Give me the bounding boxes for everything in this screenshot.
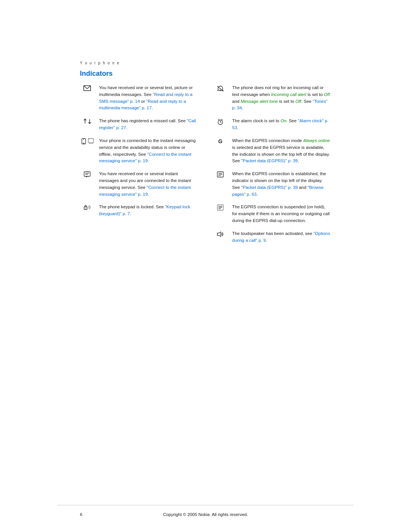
missed-call-icon bbox=[80, 118, 94, 124]
im-connect-link2[interactable]: "Connect to the instant messaging servic… bbox=[99, 185, 191, 197]
indicator-text: The phone does not ring for an incoming … bbox=[232, 85, 331, 112]
left-column: You have received one or several text, p… bbox=[80, 85, 198, 250]
indicators-columns: You have received one or several text, p… bbox=[80, 85, 331, 250]
indicator-text: The phone has registered a missed call. … bbox=[99, 118, 198, 131]
page-footer: 6 Copyright © 2005 Nokia. All rights res… bbox=[57, 505, 354, 532]
svg-rect-6 bbox=[88, 139, 94, 143]
list-item: You have received one or several instant… bbox=[80, 171, 198, 198]
right-column: The phone does not ring for an incoming … bbox=[213, 85, 331, 250]
g-letter: G bbox=[218, 138, 223, 144]
svg-rect-9 bbox=[84, 172, 90, 176]
section-title: Indicators bbox=[80, 70, 331, 78]
loudspeaker-icon bbox=[213, 230, 228, 237]
on-text: On bbox=[280, 118, 286, 123]
page-content: Y o u r p h o n e Indicators You have re… bbox=[57, 0, 354, 505]
indicator-text: The phone keypad is locked. See "Keypad … bbox=[99, 204, 198, 217]
list-item: G When the EGPRS connection mode Always … bbox=[213, 137, 331, 165]
indicator-text: The loudspeaker has been activated, see … bbox=[232, 230, 331, 244]
call-register-link[interactable]: "Call register" p. 27 bbox=[99, 118, 196, 130]
no-ring-icon bbox=[213, 85, 228, 92]
list-item: The alarm clock is set to On. See "Alarm… bbox=[213, 118, 331, 131]
im-connect-link[interactable]: "Connect to the instant messaging servic… bbox=[99, 152, 191, 163]
list-item: When the EGPRS connection is established… bbox=[213, 171, 331, 198]
svg-point-13 bbox=[85, 208, 86, 209]
indicator-text: When the EGPRS connection is established… bbox=[232, 171, 331, 198]
options-during-call-link[interactable]: "Options during a call" p. 9 bbox=[232, 231, 330, 243]
indicator-text: The EGPRS connection is suspended (on ho… bbox=[232, 204, 331, 224]
envelope-icon bbox=[80, 85, 94, 91]
alarm-icon bbox=[213, 118, 228, 125]
indicator-text: When the EGPRS connection mode Always on… bbox=[232, 137, 331, 165]
list-item: You have received one or several text, p… bbox=[80, 85, 198, 112]
section-label: Y o u r p h o n e bbox=[80, 61, 331, 65]
keypad-lock-link[interactable]: "Keypad lock (keyguard)" p. 7 bbox=[99, 204, 190, 216]
egprs-suspend-icon bbox=[213, 204, 228, 211]
list-item: The phone does not ring for an incoming … bbox=[213, 85, 331, 112]
list-item: 0 The phone keypad is locked. See "Keypa… bbox=[80, 204, 198, 217]
egprs-g-icon: G bbox=[213, 137, 228, 144]
indicator-text: Your phone is connected to the instant m… bbox=[99, 137, 198, 165]
chat-connected-icon bbox=[80, 137, 94, 144]
off-text1: Off bbox=[324, 92, 330, 97]
page-number: 6 bbox=[80, 512, 82, 517]
keypad-lock-icon: 0 bbox=[80, 204, 94, 210]
incoming-call-alert-text: Incoming call alert bbox=[271, 92, 306, 97]
list-item: The EGPRS connection is suspended (on ho… bbox=[213, 204, 331, 224]
packet-data-link2[interactable]: "Packet data (EGPRS)" p. 39 bbox=[241, 185, 298, 190]
off-text2: Off bbox=[295, 99, 301, 104]
list-item: The phone has registered a missed call. … bbox=[80, 118, 198, 131]
list-item: The loudspeaker has been activated, see … bbox=[213, 230, 331, 244]
packet-data-link1[interactable]: "Packet data (EGPRS)" p. 39 bbox=[241, 158, 298, 163]
message-alert-text: Message alert tone bbox=[241, 99, 278, 104]
always-online-text: Always online bbox=[303, 138, 330, 143]
indicator-text: The alarm clock is set to On. See "Alarm… bbox=[232, 118, 331, 131]
list-item: Your phone is connected to the instant m… bbox=[80, 137, 198, 165]
indicator-text: You have received one or several text, p… bbox=[99, 85, 198, 112]
egprs-box-icon bbox=[213, 171, 228, 177]
copyright-text: Copyright © 2005 Nokia. All rights reser… bbox=[163, 512, 248, 517]
instant-msg-icon bbox=[80, 171, 94, 177]
svg-marker-27 bbox=[217, 232, 221, 236]
indicator-text: You have received one or several instant… bbox=[99, 171, 198, 198]
